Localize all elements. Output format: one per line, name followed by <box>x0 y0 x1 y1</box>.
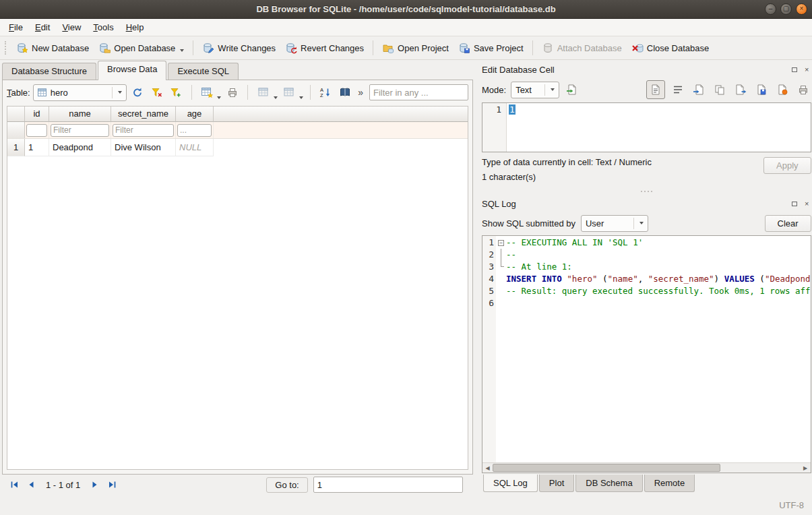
table-row[interactable]: 1 1 Deadpond Dive Wilson NULL <box>7 139 468 156</box>
new-database-button[interactable]: New Database <box>11 39 94 57</box>
float-panel-icon[interactable] <box>790 65 799 74</box>
clear-filters-button[interactable] <box>148 84 165 101</box>
print-cell-button[interactable] <box>795 82 811 98</box>
tab-sql-log[interactable]: SQL Log <box>483 475 538 492</box>
import-data-button[interactable] <box>564 82 580 98</box>
refresh-button[interactable] <box>129 84 146 101</box>
print-button[interactable] <box>224 84 241 101</box>
menu-help[interactable]: Help <box>120 20 150 35</box>
new-record-dropdown-icon[interactable] <box>217 96 221 99</box>
row-header[interactable]: 1 <box>7 139 25 156</box>
tab-execute-sql[interactable]: Execute SQL <box>168 63 239 80</box>
menu-edit[interactable]: Edit <box>29 20 56 35</box>
mode-select[interactable]: Text <box>511 82 559 98</box>
menu-file[interactable]: File <box>3 20 29 35</box>
filter-any-input[interactable] <box>369 84 468 100</box>
open-project-button[interactable]: Open Project <box>377 39 454 57</box>
open-database-button[interactable]: Open Database <box>94 39 189 57</box>
float-panel-icon[interactable] <box>790 200 799 208</box>
menu-view[interactable]: View <box>56 20 87 35</box>
column-header-name[interactable]: name <box>49 107 111 122</box>
chevron-down-icon <box>551 88 555 91</box>
column-header-id[interactable]: id <box>25 107 49 122</box>
apply-button[interactable]: Apply <box>763 157 811 174</box>
save-cell-button[interactable] <box>753 82 770 98</box>
revert-changes-button[interactable]: Revert Changes <box>280 39 369 57</box>
insert-row-button[interactable] <box>255 84 272 101</box>
sort-button[interactable]: A Z <box>317 84 334 101</box>
write-changes-button[interactable]: Write Changes <box>197 39 280 57</box>
text-mode-button[interactable] <box>646 80 665 99</box>
copy-icon <box>714 84 726 96</box>
cell-id[interactable]: 1 <box>25 139 49 156</box>
filter-input-secret-name[interactable] <box>113 124 174 137</box>
save-project-label: Save Project <box>474 43 524 53</box>
column-header-age[interactable]: age <box>176 107 214 122</box>
previous-record-button[interactable] <box>24 477 38 492</box>
delete-row-button[interactable] <box>280 84 298 101</box>
log-line-number: 5 <box>482 285 494 297</box>
filter-input-name[interactable] <box>51 124 109 137</box>
clear-log-button[interactable]: Clear <box>765 215 811 232</box>
tab-remote[interactable]: Remote <box>644 475 695 492</box>
close-panel-icon[interactable]: × <box>803 65 811 74</box>
mode-label: Mode: <box>482 85 506 95</box>
edit-cell-toolbar: Mode: Text <box>482 78 811 101</box>
encoding-button[interactable] <box>337 84 354 101</box>
maximize-icon[interactable]: ▢ <box>780 3 792 15</box>
menu-tools[interactable]: Tools <box>87 20 119 35</box>
table-icon <box>38 88 46 97</box>
import-cell-button[interactable] <box>691 82 707 98</box>
close-database-button[interactable]: Close Database <box>627 39 714 57</box>
toolbar-handle[interactable] <box>5 41 8 55</box>
copy-cell-button[interactable] <box>712 82 728 98</box>
column-header-secret-name[interactable]: secret_name <box>111 107 176 122</box>
insert-row-dropdown-icon[interactable] <box>274 96 278 99</box>
goto-button[interactable]: Go to: <box>266 477 307 493</box>
export-cell-button[interactable] <box>732 82 749 98</box>
new-record-button[interactable] <box>198 84 216 101</box>
scroll-right-icon[interactable]: ▶ <box>801 465 811 471</box>
tab-db-schema[interactable]: DB Schema <box>575 475 642 492</box>
scroll-left-icon[interactable]: ◀ <box>482 465 493 471</box>
save-filter-button[interactable] <box>168 84 185 101</box>
edit-cell-title: Edit Database Cell <box>482 65 790 75</box>
word-wrap-button[interactable] <box>670 82 686 98</box>
goto-input[interactable] <box>313 477 463 493</box>
tab-database-structure[interactable]: Database Structure <box>2 63 96 80</box>
toolbar-overflow-button[interactable]: » <box>356 87 365 98</box>
last-record-button[interactable] <box>104 477 119 492</box>
cell-age[interactable]: NULL <box>176 139 214 156</box>
splitter-handle[interactable] <box>482 187 811 195</box>
fold-column[interactable]: − <box>496 236 506 462</box>
browse-toolbar: Table: hero <box>3 80 472 104</box>
log-filter-select[interactable]: User <box>581 215 648 232</box>
delete-row-dropdown-icon[interactable] <box>299 96 303 99</box>
main-content: Database Structure Browse Data Execute S… <box>0 60 812 495</box>
scrollbar-thumb[interactable] <box>493 464 720 472</box>
first-record-button[interactable] <box>7 477 22 492</box>
log-line-number: 4 <box>482 273 494 285</box>
horizontal-scrollbar[interactable]: ◀ ▶ <box>482 462 811 473</box>
close-icon[interactable]: × <box>796 3 807 15</box>
set-null-button[interactable] <box>774 82 790 98</box>
cell-name[interactable]: Deadpond <box>49 139 111 156</box>
tab-browse-data[interactable]: Browse Data <box>98 61 166 80</box>
open-database-dropdown-icon[interactable] <box>180 49 184 52</box>
close-panel-icon[interactable]: × <box>803 200 811 208</box>
cell-secret-name[interactable]: Dive Wilson <box>111 139 176 156</box>
sql-log-view[interactable]: 123456 − -- EXECUTING ALL IN 'SQL 1'----… <box>482 235 811 473</box>
save-project-button[interactable]: Save Project <box>454 39 528 57</box>
tab-plot[interactable]: Plot <box>539 475 574 492</box>
grid-corner[interactable] <box>7 107 25 122</box>
filter-input-id[interactable] <box>26 124 47 137</box>
import-data-icon <box>566 84 578 96</box>
next-record-button[interactable] <box>88 477 102 492</box>
revert-changes-icon <box>285 42 297 54</box>
table-select[interactable]: hero <box>33 84 127 101</box>
filter-input-age[interactable] <box>177 124 212 137</box>
minimize-icon[interactable]: – <box>765 3 776 15</box>
cell-editor[interactable]: 1 1 <box>482 102 811 152</box>
fold-marker-icon[interactable]: − <box>498 240 504 246</box>
editor-content[interactable]: 1 <box>507 103 811 152</box>
